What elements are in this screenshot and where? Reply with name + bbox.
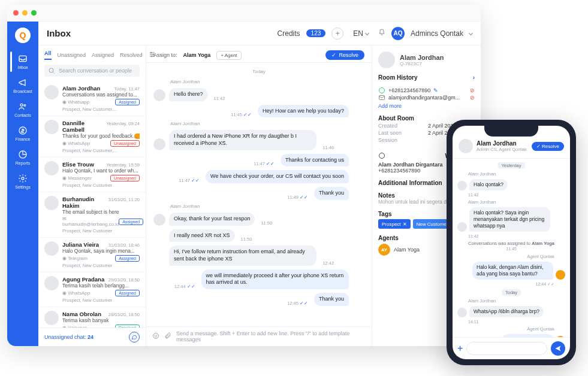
message-row: Okay, thank for your fast respon 11:50 (153, 213, 364, 226)
tag-prospect[interactable]: Prospect ✕ (378, 219, 411, 229)
filter-tabs: All Unassigned Assigned Resolved (38, 46, 146, 60)
message-bubble: Thank you (314, 293, 349, 306)
conversation-tags: Prospect, New Customer (62, 228, 140, 234)
conversation-item[interactable]: Elise TrouwYesterday, 15:59 Halo Qontak,… (38, 157, 146, 192)
phone-timestamp: 14:11 (457, 320, 565, 324)
sidenav-item-reports[interactable]: Reports (16, 150, 31, 165)
svg-point-12 (156, 335, 157, 336)
phone-add-button[interactable]: + (457, 343, 463, 354)
search-input[interactable]: Search conversation or people (44, 65, 140, 77)
conversation-item[interactable]: Juliana Vieira31/03/20, 18:46 Halo Qonta… (38, 238, 146, 272)
message-timestamp: 11:50 (241, 236, 252, 242)
chat-bubble-button[interactable] (129, 332, 140, 342)
window-close-dot[interactable] (13, 10, 19, 16)
sidenav: Q Inbox Broadcast Contacts Finance Repor… (7, 22, 38, 346)
conversation-item[interactable]: Dannille CambellYesterday, 09:24 Thanks … (38, 116, 146, 157)
sidenav-label: Broadcast (13, 89, 32, 93)
phone-resolve-button[interactable]: ✓ Resolve (532, 142, 564, 151)
filter-all[interactable]: All (44, 50, 52, 60)
conversation-avatar (44, 241, 59, 256)
user-avatar[interactable]: AQ (391, 27, 405, 40)
credits-label: Credits (278, 29, 300, 38)
svg-point-15 (379, 153, 385, 159)
assignment-badge: Unassigned (110, 175, 140, 181)
sidenav-label: Contacts (14, 113, 31, 117)
bell-icon[interactable] (378, 29, 385, 38)
svg-point-5 (22, 177, 24, 180)
message-input[interactable]: Send a message. Shift + Enter to add new… (176, 330, 366, 342)
window-min-dot[interactable] (22, 10, 28, 16)
phone-sender-label: Alam Jordhan (457, 298, 565, 304)
conversation-preview: Terima kasih banyak (62, 317, 140, 323)
phone-message-input[interactable] (466, 342, 547, 355)
add-more-link[interactable]: Add more (378, 103, 475, 109)
message-row: Hi, I've follow return instruction from … (153, 245, 364, 265)
channel-label: ✉ burhanudin@terbang.co.id (62, 216, 119, 227)
phone-sender-label: Agent Qontak (457, 326, 565, 332)
sidenav-item-settings[interactable]: Settings (15, 174, 30, 189)
conversation-item[interactable]: Alam JordhanToday, 11:47 Conversations w… (38, 81, 146, 116)
svg-point-2 (24, 105, 26, 107)
add-credits-button[interactable]: + (331, 28, 343, 40)
remove-icon[interactable]: ⊘ (470, 95, 475, 101)
conversation-name: Alam Jordhan (62, 85, 100, 92)
add-agent-button[interactable]: + Agent (216, 51, 241, 60)
sidenav-item-inbox[interactable]: Inbox (17, 54, 28, 69)
channel-label: ◉ Webchat (62, 325, 87, 328)
window-max-dot[interactable] (31, 10, 37, 16)
assignment-badge: Resolved (115, 325, 140, 328)
svg-point-9 (49, 68, 53, 72)
user-name[interactable]: Admincs Qontak (411, 29, 463, 38)
resolve-button[interactable]: ✓ Resolve (325, 50, 364, 60)
phone-message-row: WhatsApp /6bln diharga brp? (457, 306, 565, 317)
sidenav-item-broadcast[interactable]: Broadcast (13, 78, 32, 93)
message-timestamp: 11:42 (214, 96, 225, 101)
conversation-time: 31/03/20, 11:20 (108, 197, 140, 202)
filter-assigned[interactable]: Assigned (92, 52, 114, 58)
filter-unassigned[interactable]: Unassigned (58, 52, 86, 58)
conversation-item[interactable]: Burhanudin Hakim31/03/20, 11:20 The emai… (38, 192, 146, 238)
message-row: Thanks for contacting us 11:47 ✓✓ (153, 154, 364, 167)
sidenav-item-contacts[interactable]: Contacts (14, 102, 31, 117)
filter-resolved[interactable]: Resolved (120, 52, 143, 58)
gear-icon (18, 174, 28, 183)
phone-day-separator: Today (502, 289, 521, 296)
phone-day-separator: Yesterday (497, 162, 524, 169)
emoji-icon[interactable] (152, 332, 159, 341)
message-row: I had ordered a New iPhone XR for my dau… (153, 130, 364, 150)
phone-message-bubble: Halo qontak? Saya ingin menanyakan terka… (469, 207, 550, 232)
app-logo[interactable]: Q (15, 28, 31, 43)
sidenav-label: Settings (15, 185, 30, 189)
message-timestamp: 12:42 (322, 260, 334, 266)
conversation-item[interactable]: Nama Obrolan28/03/20, 18:50 Terima kasih… (38, 307, 146, 328)
room-history-header[interactable]: Room History › (378, 74, 475, 81)
message-timestamp: 12:44 ✓✓ (174, 284, 195, 289)
page-title: Inbox (47, 28, 71, 38)
sidenav-item-finance[interactable]: Finance (16, 126, 31, 141)
message-bubble: Okay, thank for your fast respon (169, 213, 255, 226)
language-picker[interactable]: EN (353, 29, 369, 38)
agent-avatar: AY (378, 244, 390, 256)
assignment-badge: Assigned (115, 290, 140, 296)
mail-icon (378, 94, 385, 101)
attachment-icon[interactable] (164, 332, 171, 341)
channel-label: ◉ WhatsApp (62, 141, 90, 146)
message-row: We have check your order, our CS will co… (153, 170, 364, 183)
phone-message-bubble: WhatsApp /6bln diharga brp? (469, 306, 544, 317)
users-icon (18, 102, 28, 111)
message-bubble: Hello there? (169, 88, 208, 101)
remove-icon[interactable]: ⊘ (470, 87, 475, 93)
conversation-tags: Prospect, New Customer,... (62, 148, 140, 153)
whatsapp-icon (378, 87, 385, 94)
sender-label: Alam Jordhan (170, 121, 364, 126)
phone-send-button[interactable] (551, 341, 565, 356)
phone-contact-avatar (459, 139, 473, 153)
message-bubble: Hi, I've follow return instruction from … (169, 245, 316, 265)
message-timestamp: 11:46 (322, 145, 334, 150)
conversation-name: Burhanudin Hakim (62, 196, 108, 209)
conversation-preview: The email subject is here (62, 209, 140, 215)
conversation-item[interactable]: Agung Pradana29/03/20, 18:50 Terima kasi… (38, 272, 146, 307)
conversation-list: All Unassigned Assigned Resolved Search … (38, 46, 146, 346)
edit-icon[interactable]: ✎ (433, 87, 438, 93)
assigned-agent[interactable]: Alam Yoga (183, 52, 211, 58)
